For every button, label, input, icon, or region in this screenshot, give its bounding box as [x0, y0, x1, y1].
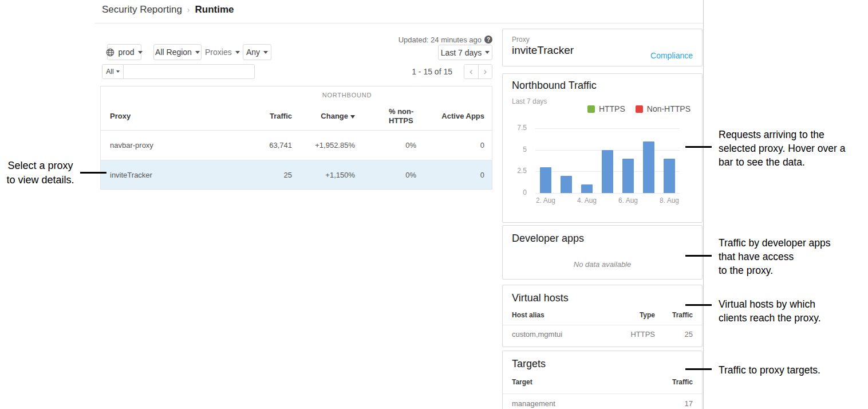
- proxy-detail-card: Proxy inviteTracker Compliance: [502, 29, 703, 66]
- any-filter-label: Any: [246, 48, 260, 57]
- any-filter-dropdown[interactable]: Any: [243, 44, 271, 60]
- chart-bar[interactable]: [643, 141, 654, 193]
- x-axis-tick: [597, 196, 618, 204]
- search-scope-label: All: [106, 68, 113, 76]
- targets-title: Targets: [512, 358, 546, 370]
- bar-slot: [597, 128, 618, 193]
- cell-proxy: inviteTracker: [101, 171, 260, 179]
- developer-apps-title: Developer apps: [512, 233, 584, 245]
- annotation-select-proxy: Select a proxy to view details.: [0, 159, 81, 187]
- column-header-non-https[interactable]: % non-HTTPS: [355, 107, 416, 125]
- proxy-label: Proxy: [512, 36, 530, 44]
- updated-text: Updated: 24 minutes ago: [399, 36, 482, 44]
- bar-slot: [638, 128, 659, 193]
- search-scope-dropdown[interactable]: All: [102, 64, 124, 79]
- column-header-proxy[interactable]: Proxy: [101, 112, 260, 120]
- sort-desc-icon: [350, 115, 355, 119]
- cell-change: +1,952.85%: [292, 141, 355, 150]
- proxies-dropdown-label: Proxies: [205, 48, 232, 57]
- x-axis-tick: 2. Aug: [535, 196, 556, 204]
- northbound-group-header: NORTHBOUND: [261, 92, 433, 99]
- y-axis-tick: 5: [507, 145, 527, 154]
- legend-item-non-https: Non-HTTPS: [636, 104, 691, 113]
- caret-down-icon: [263, 51, 268, 54]
- chart-x-axis: 2. Aug4. Aug6. Aug8. Aug: [535, 196, 680, 204]
- col-type: Type: [609, 311, 655, 319]
- chevron-left-icon[interactable]: ‹: [464, 65, 479, 78]
- legend-item-https: HTTPS: [587, 104, 625, 113]
- pagination-range: 1 - 15 of 15: [378, 64, 452, 79]
- panel-edge-divider: [703, 0, 704, 409]
- y-axis-tick: 0: [507, 188, 527, 196]
- cell-traffic: 25: [655, 330, 693, 339]
- annotation-developer-apps: Traffic by developer apps that have acce…: [719, 236, 831, 277]
- col-traffic: Traffic: [655, 378, 693, 386]
- table-row-selected[interactable]: inviteTracker 25 +1,150% 0% 0: [101, 160, 492, 189]
- callout-line: [80, 172, 106, 174]
- chart-plot: [535, 128, 680, 193]
- cell-active-apps: 0: [416, 171, 492, 179]
- cell-type: HTTPS: [609, 330, 655, 339]
- developer-apps-card: Developer apps No data available: [502, 225, 703, 280]
- environment-dropdown-label: prod: [118, 48, 134, 57]
- chart-bar[interactable]: [602, 150, 613, 193]
- updated-status: Updated: 24 minutes ago ?: [344, 35, 492, 44]
- gridline: [535, 128, 680, 129]
- x-axis-tick: 6. Aug: [618, 196, 638, 204]
- cell-traffic: 17: [655, 399, 693, 408]
- proxies-dropdown[interactable]: Proxies: [205, 44, 240, 60]
- target-row[interactable]: management 17: [503, 394, 702, 409]
- chart-bar[interactable]: [581, 184, 593, 193]
- time-range-dropdown[interactable]: Last 7 days: [438, 45, 492, 60]
- callout-line: [685, 368, 712, 370]
- breadcrumb-parent[interactable]: Security Reporting: [102, 4, 182, 15]
- annotation-virtual-hosts: Virtual hosts by which clients reach the…: [719, 297, 821, 325]
- region-dropdown[interactable]: All Region: [153, 44, 202, 60]
- chart-bar[interactable]: [561, 176, 572, 193]
- cell-non-https: 0%: [355, 141, 416, 150]
- chart-bar[interactable]: [540, 167, 551, 193]
- no-data-text: No data available: [503, 260, 702, 269]
- virtual-host-row[interactable]: custom,mgmtui HTTPS 25: [503, 325, 702, 343]
- time-range-label: Last 7 days: [441, 48, 482, 57]
- compliance-link[interactable]: Compliance: [650, 51, 693, 60]
- legend-label: Non-HTTPS: [647, 104, 691, 113]
- header-divider: [94, 23, 703, 23]
- caret-down-icon: [116, 70, 120, 73]
- virtual-hosts-header-row: Host alias Type Traffic: [503, 309, 702, 321]
- cell-change: +1,150%: [292, 171, 355, 179]
- chart-bar[interactable]: [622, 159, 634, 193]
- pagination-controls: ‹ ›: [464, 64, 492, 79]
- virtual-hosts-title: Virtual hosts: [512, 292, 569, 304]
- chevron-right-icon[interactable]: ›: [479, 65, 492, 78]
- northbound-traffic-card: Northbound Traffic Last 7 days HTTPS Non…: [502, 73, 703, 223]
- targets-card: Targets Target Traffic management 17: [502, 351, 703, 409]
- breadcrumb-separator-icon: ›: [187, 5, 190, 14]
- help-icon[interactable]: ?: [484, 36, 492, 44]
- bar-slot: [535, 128, 556, 193]
- legend-swatch: [636, 105, 643, 113]
- legend-swatch: [587, 105, 595, 113]
- environment-dropdown[interactable]: prod: [107, 44, 141, 60]
- search-group: All: [102, 64, 255, 79]
- chart-title: Northbound Traffic: [512, 80, 597, 92]
- caret-down-icon: [235, 51, 240, 54]
- column-header-traffic[interactable]: Traffic: [260, 112, 292, 120]
- column-header-active-apps[interactable]: Active Apps: [416, 112, 492, 120]
- breadcrumb: Security Reporting › Runtime: [102, 4, 234, 15]
- selected-proxy-name: inviteTracker: [512, 44, 574, 57]
- proxy-table: NORTHBOUND Proxy Traffic Change % non-HT…: [100, 86, 492, 190]
- bar-slot: [577, 128, 597, 193]
- cell-proxy: navbar-proxy: [101, 141, 260, 150]
- x-axis-tick: 8. Aug: [659, 196, 680, 204]
- chart-bar[interactable]: [664, 159, 675, 193]
- bar-slot: [659, 128, 680, 193]
- app-root: Security Reporting › Runtime prod All Re…: [0, 0, 868, 409]
- table-row[interactable]: navbar-proxy 63,741 +1,952.85% 0% 0: [101, 131, 492, 160]
- column-header-change[interactable]: Change: [292, 112, 355, 120]
- caret-down-icon: [195, 51, 200, 54]
- proxy-search-input[interactable]: [124, 64, 255, 79]
- x-axis-tick: [638, 196, 659, 204]
- callout-line: [685, 304, 712, 306]
- col-host-alias: Host alias: [512, 311, 609, 319]
